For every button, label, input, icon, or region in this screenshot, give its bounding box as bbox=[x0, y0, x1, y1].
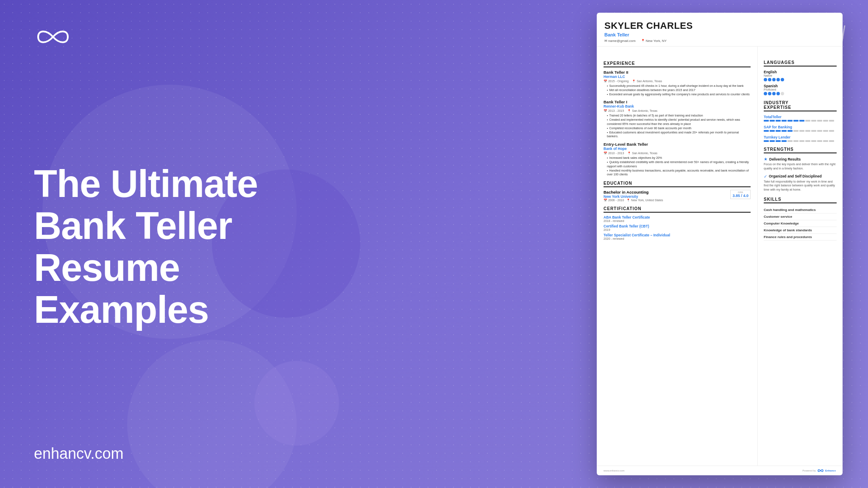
lang-english-name: English bbox=[764, 70, 837, 74]
skill-2: Customer service bbox=[764, 214, 837, 220]
seg4 bbox=[782, 140, 787, 142]
seg9 bbox=[811, 120, 816, 122]
job-2-bullet-4: Educated customers about investment oppo… bbox=[607, 130, 751, 139]
gpa-box: GPA 3.85 / 4.0 bbox=[730, 190, 751, 199]
industry-totalteller: TotalTeller bbox=[764, 115, 837, 122]
job-1-location: 📍 San Antonio, Texas bbox=[632, 80, 662, 83]
cert-3-name: Teller Specialist Certificate – Individu… bbox=[604, 233, 751, 237]
seg7 bbox=[799, 120, 804, 122]
lang-english-dots bbox=[764, 78, 837, 81]
cert-2-name: Certified Bank Teller (CBT) bbox=[604, 224, 751, 228]
education-section-title: EDUCATION bbox=[604, 181, 751, 187]
contact-email: ✉ name@gmail.com bbox=[604, 39, 636, 43]
seg10 bbox=[817, 120, 822, 122]
turnkey-bar bbox=[764, 140, 837, 142]
skills-section-title: SKILLS bbox=[764, 197, 837, 203]
seg4 bbox=[782, 120, 787, 122]
headline-line1: The Ultimate bbox=[34, 163, 352, 205]
seg10 bbox=[817, 130, 822, 132]
seg9 bbox=[811, 140, 816, 142]
strength-1-title: Delivering Results bbox=[769, 157, 801, 161]
seg1 bbox=[764, 130, 769, 132]
skill-5: Finance rules and procedures bbox=[764, 234, 837, 241]
sap-bar bbox=[764, 130, 837, 132]
seg6 bbox=[793, 120, 798, 122]
seg3 bbox=[776, 130, 781, 132]
resume-contact: ✉ name@gmail.com 📍 New York, NY bbox=[604, 39, 835, 43]
cert-item-1: ABA Bank Teller Certificate 2018 - renew… bbox=[604, 215, 751, 222]
email-icon: ✉ bbox=[604, 39, 607, 43]
seg5 bbox=[787, 130, 793, 132]
job-1-meta: 📅 2015 - Ongoing 📍 San Antonio, Texas bbox=[604, 80, 751, 83]
seg8 bbox=[805, 120, 810, 122]
cert-item-2: Certified Bank Teller (CBT) 2019 bbox=[604, 224, 751, 231]
seg5 bbox=[787, 140, 793, 142]
resume-job-title: Bank Teller bbox=[604, 32, 835, 37]
seg8 bbox=[805, 130, 810, 132]
email-value: name@gmail.com bbox=[608, 39, 636, 43]
industry-sap: SAP for Banking bbox=[764, 125, 837, 132]
location-icon: 📍 bbox=[641, 39, 645, 43]
seg2 bbox=[770, 120, 775, 122]
job-1-bullets: Successfully processed 45 checks in 1 ho… bbox=[604, 84, 751, 96]
strength-2: ✓ Organized and Self Disciplined Take fu… bbox=[764, 174, 837, 192]
seg10 bbox=[817, 140, 822, 142]
star-icon: ★ bbox=[764, 157, 768, 161]
edu-school: New York University bbox=[604, 194, 663, 199]
job-2-dates: 📅 2013 - 2015 bbox=[604, 109, 624, 113]
job-3-title: Entry-Level Bank Teller bbox=[604, 142, 751, 147]
seg6 bbox=[793, 130, 798, 132]
dot-2 bbox=[768, 92, 771, 95]
brand-name: Enhancv bbox=[825, 469, 836, 472]
job-1-bullet-1: Successfully processed 45 checks in 1 ho… bbox=[607, 84, 751, 88]
cert-2-year: 2019 bbox=[604, 228, 751, 231]
totalteller-bar bbox=[764, 120, 837, 122]
headline: The Ultimate Bank Teller Resume Examples bbox=[34, 163, 352, 331]
seg6 bbox=[793, 140, 798, 142]
resume-main-content: EXPERIENCE Bank Teller II Herman LLC 📅 2… bbox=[597, 47, 843, 466]
job-1-bullet-3: Exceeded annual goals by aggressively se… bbox=[607, 92, 751, 97]
job-1-company: Herman LLC bbox=[604, 75, 751, 79]
industry-turnkey: Turnkey Lender bbox=[764, 135, 837, 142]
strengths-section-title: STRENGTHS bbox=[764, 147, 837, 153]
gpa-value: 3.85 / 4.0 bbox=[732, 194, 748, 198]
job-2-bullet-3: Completed reconciliations of over 80 ban… bbox=[607, 126, 751, 130]
cert-item-3: Teller Specialist Certificate – Individu… bbox=[604, 233, 751, 240]
lang-spanish: Spanish Proficient bbox=[764, 84, 837, 95]
cert-3-year: 2020 - renewed bbox=[604, 237, 751, 240]
seg11 bbox=[823, 140, 828, 142]
location-value: New York, NY bbox=[646, 39, 667, 43]
skill-4: Knowledge of bank standards bbox=[764, 227, 837, 234]
job-2-bullet-1: Trained 20 tellers (in batches of 5) as … bbox=[607, 114, 751, 118]
dot-5 bbox=[781, 78, 784, 81]
resume-left-column: EXPERIENCE Bank Teller II Herman LLC 📅 2… bbox=[597, 47, 758, 466]
seg4 bbox=[782, 130, 787, 132]
edu-meta: 📅 2006 - 2010 📍 New York, United States bbox=[604, 199, 663, 202]
resume-footer: www.enhancv.com Powered by Enhancv bbox=[597, 466, 843, 475]
cert-1-year: 2018 - renewed bbox=[604, 219, 751, 222]
job-3-location: 📍 San Antonio, Texas bbox=[627, 152, 657, 155]
dot-4 bbox=[776, 78, 780, 81]
dot-1 bbox=[764, 78, 767, 81]
job-3-dates: 📅 2010 - 2013 bbox=[604, 152, 624, 155]
seg3 bbox=[776, 140, 781, 142]
resume-document: SKYLER CHARLES Bank Teller ✉ name@gmail.… bbox=[597, 13, 843, 475]
headline-line2: Bank Teller bbox=[34, 205, 352, 247]
lang-spanish-level: Proficient bbox=[764, 88, 837, 91]
strength-1-desc: Focus on the key inputs and deliver them… bbox=[764, 162, 837, 171]
check-icon: ✓ bbox=[764, 174, 767, 179]
resume-name: SKYLER CHARLES bbox=[604, 20, 835, 31]
footer-url: enhancv.com bbox=[34, 445, 352, 463]
resume-website: www.enhancv.com bbox=[604, 469, 625, 472]
education-item-1: Bachelor in Accounting New York Universi… bbox=[604, 190, 751, 202]
job-3-bullet-1: Increased bank sales objectives by 20% bbox=[607, 156, 751, 160]
job-2-title: Bank Teller I bbox=[604, 100, 751, 104]
cert-1-name: ABA Bank Teller Certificate bbox=[604, 215, 751, 219]
enhancv-logo-small bbox=[818, 469, 823, 473]
dot-4 bbox=[776, 92, 780, 95]
job-1-title: Bank Teller II bbox=[604, 70, 751, 75]
logo bbox=[34, 25, 352, 49]
job-2: Bank Teller I Renner-Kub Bank 📅 2013 - 2… bbox=[604, 100, 751, 139]
experience-section-title: EXPERIENCE bbox=[604, 61, 751, 67]
powered-by-label: Powered by bbox=[802, 469, 816, 472]
